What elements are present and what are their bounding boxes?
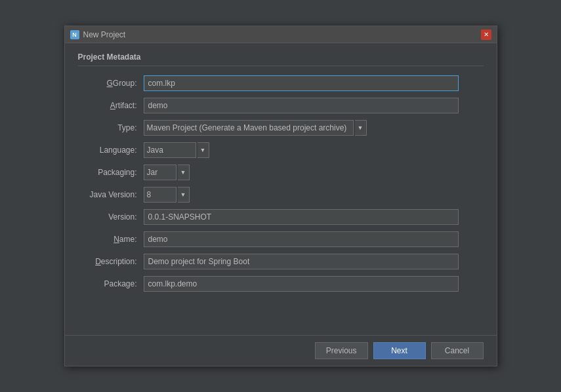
package-row: Package: — [78, 276, 484, 292]
language-dropdown-arrow[interactable]: ▼ — [197, 142, 209, 158]
artifact-input[interactable] — [144, 98, 459, 113]
group-row: GGroup: — [78, 75, 484, 91]
group-label: GGroup: — [78, 79, 144, 88]
name-label: Name: — [78, 235, 144, 244]
packaging-select[interactable]: Jar — [144, 165, 177, 180]
type-select[interactable]: Maven Project (Generate a Maven based pr… — [144, 120, 354, 136]
section-title: Project Metadata — [78, 52, 484, 66]
cancel-button[interactable]: Cancel — [431, 342, 484, 359]
version-input[interactable] — [144, 209, 459, 225]
java-version-select[interactable]: 8 — [144, 187, 177, 203]
java-version-row: Java Version: 8 ▼ — [78, 187, 484, 203]
package-input[interactable] — [144, 276, 459, 292]
previous-button[interactable]: Previous — [315, 342, 368, 359]
type-select-wrapper: Maven Project (Generate a Maven based pr… — [144, 120, 367, 136]
package-label: Package: — [78, 279, 144, 288]
title-bar: N New Project ✕ — [65, 26, 497, 43]
language-select[interactable]: Java — [144, 142, 196, 158]
language-label: Language: — [78, 146, 144, 155]
version-row: Version: — [78, 209, 484, 225]
window-title: New Project — [83, 30, 126, 39]
dialog-footer: Previous Next Cancel — [65, 335, 497, 366]
java-version-select-wrapper: 8 ▼ — [144, 187, 190, 203]
dialog-content: Project Metadata GGroup: Artifact: Type:… — [65, 43, 497, 335]
language-row: Language: Java ▼ — [78, 142, 484, 158]
java-version-dropdown-arrow[interactable]: ▼ — [178, 187, 190, 203]
artifact-label: Artifact: — [78, 101, 144, 110]
type-row: Type: Maven Project (Generate a Maven ba… — [78, 120, 484, 136]
window-icon: N — [70, 30, 79, 39]
packaging-row: Packaging: Jar ▼ — [78, 165, 484, 180]
artifact-row: Artifact: — [78, 98, 484, 113]
description-input[interactable] — [144, 254, 459, 269]
new-project-dialog: N New Project ✕ Project Metadata GGroup:… — [64, 26, 497, 366]
packaging-label: Packaging: — [78, 168, 144, 177]
java-version-label: Java Version: — [78, 190, 144, 199]
description-row: Description: — [78, 254, 484, 269]
type-label: Type: — [78, 123, 144, 132]
version-label: Version: — [78, 212, 144, 222]
packaging-dropdown-arrow[interactable]: ▼ — [178, 165, 190, 180]
next-button[interactable]: Next — [373, 342, 426, 359]
description-label: Description: — [78, 257, 144, 266]
type-dropdown-arrow[interactable]: ▼ — [355, 120, 367, 136]
close-button[interactable]: ✕ — [481, 29, 491, 40]
name-row: Name: — [78, 231, 484, 247]
group-input[interactable] — [144, 75, 459, 91]
name-input[interactable] — [144, 231, 459, 247]
title-bar-left: N New Project — [70, 30, 126, 39]
language-select-wrapper: Java ▼ — [144, 142, 209, 158]
packaging-select-wrapper: Jar ▼ — [144, 165, 190, 180]
